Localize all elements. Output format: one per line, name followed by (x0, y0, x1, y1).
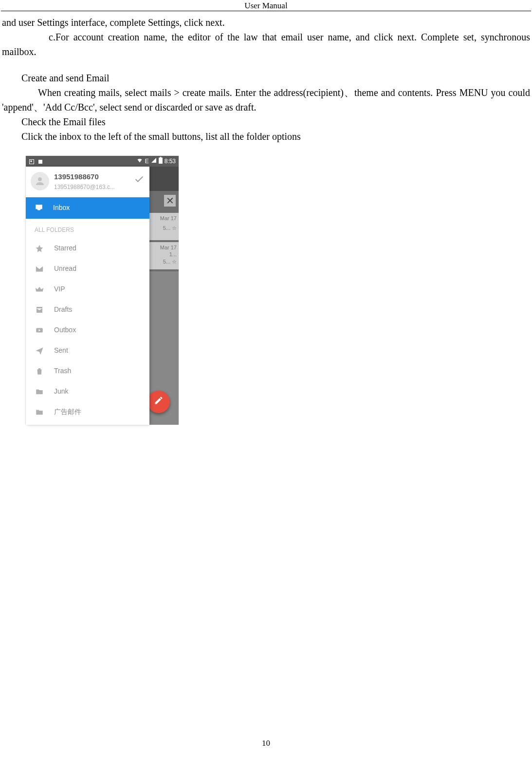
folder-icon (35, 408, 44, 416)
star-icon (35, 244, 44, 253)
message-fragment: 1... (149, 251, 177, 258)
folder-trash[interactable]: Trash (26, 361, 149, 381)
account-header[interactable]: 13951988670 13951988670@163.c... (26, 167, 149, 197)
paragraph: Click the inbox to the left of the small… (2, 129, 530, 144)
toolbar-dark (149, 167, 179, 191)
folder-label: Outbox (54, 325, 76, 335)
folder-sent[interactable]: Sent (26, 341, 149, 361)
paragraph: and user Settings interface, complete Se… (2, 15, 530, 30)
compose-button[interactable] (147, 391, 170, 413)
crown-icon (35, 285, 44, 294)
outbox-icon (35, 326, 44, 335)
drafts-icon (35, 305, 44, 314)
folder-label: Junk (54, 386, 69, 397)
avatar-icon (31, 172, 49, 190)
section-heading: Create and send Email (2, 71, 530, 85)
sent-icon (35, 346, 44, 355)
message-peek[interactable]: Mar 17 1... 5... ☆ (149, 242, 179, 269)
envelope-icon (35, 265, 44, 273)
svg-point-5 (38, 177, 42, 181)
folder-label: Sent (54, 345, 68, 356)
folder-label: Trash (54, 366, 71, 376)
account-email: 13951988670@163.c... (54, 183, 115, 191)
svg-rect-1 (31, 161, 32, 162)
pencil-icon (154, 395, 164, 409)
battery-icon (159, 157, 163, 166)
folder-label: Inbox (53, 203, 70, 213)
screenshot-icon (29, 158, 35, 164)
section-heading: Check the Email files (2, 114, 530, 129)
close-icon[interactable]: ✕ (164, 195, 176, 207)
message-peek[interactable]: Mar 17 5... ☆ (149, 213, 179, 240)
svg-rect-2 (38, 160, 42, 164)
folder-label: Drafts (54, 304, 72, 315)
folder-label: Starred (54, 243, 76, 253)
folder-label: Unread (54, 264, 76, 274)
account-name: 13951988670 (54, 171, 115, 183)
network-type: E (145, 157, 149, 166)
folder-starred[interactable]: Starred (26, 238, 149, 259)
folder-label: VIP (54, 284, 65, 294)
folder-junk[interactable]: Junk (26, 381, 149, 402)
folder-drafts[interactable]: Drafts (26, 300, 149, 320)
paragraph: c.For account creation name, the editor … (2, 30, 530, 59)
clock-time: 8:53 (165, 157, 176, 166)
section-all-folders: ALL FOLDERS (26, 219, 149, 238)
mail-list-background: ✕ Mar 17 5... ☆ Mar 17 1... 5... ☆ (149, 167, 179, 425)
folder-vip[interactable]: VIP (26, 279, 149, 300)
svg-rect-3 (159, 157, 163, 163)
message-date: Mar 17 (149, 244, 177, 251)
nav-drawer: 13951988670 13951988670@163.c... Inbox A… (26, 167, 149, 425)
svg-rect-4 (160, 157, 161, 158)
folder-label: 广告邮件 (54, 407, 81, 417)
signal-icon (151, 157, 157, 166)
notification-icon (37, 158, 43, 164)
embedded-screenshot: E 8:53 13951988670 13951988670 (25, 155, 179, 424)
document-body: and user Settings interface, complete Se… (0, 15, 532, 424)
inbox-icon (35, 204, 43, 212)
status-bar: E 8:53 (26, 156, 179, 167)
folder-inbox[interactable]: Inbox (26, 197, 149, 219)
folder-ads[interactable]: 广告邮件 (26, 402, 149, 422)
paragraph: When creating mails, select mails > crea… (2, 85, 530, 114)
page-number: 10 (0, 738, 532, 748)
checkmark-icon (134, 174, 145, 189)
folder-outbox[interactable]: Outbox (26, 320, 149, 341)
wifi-icon (136, 157, 143, 166)
message-date: Mar 17 (149, 215, 177, 222)
message-fragment: 5... ☆ (149, 225, 177, 231)
folder-unread[interactable]: Unread (26, 259, 149, 279)
folder-icon (35, 387, 44, 396)
trash-icon (35, 367, 44, 376)
message-fragment: 5... ☆ (149, 258, 177, 265)
page-header: User Manual (1, 0, 531, 11)
